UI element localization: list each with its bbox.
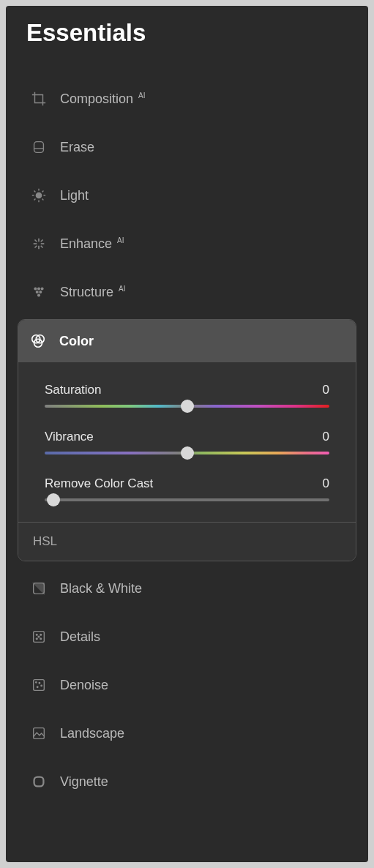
vibrance-control: Vibrance 0: [45, 430, 329, 454]
svg-point-37: [39, 683, 40, 684]
tool-vignette[interactable]: Vignette: [16, 757, 358, 806]
svg-rect-0: [34, 142, 44, 153]
hsl-subsection[interactable]: HSL: [18, 523, 356, 561]
tool-label: Landscape: [60, 726, 124, 741]
vibrance-slider[interactable]: [45, 452, 329, 454]
svg-point-19: [34, 287, 37, 290]
svg-point-2: [36, 192, 41, 198]
svg-line-10: [42, 191, 44, 192]
tool-label: Vignette: [60, 774, 108, 790]
saturation-value: 0: [323, 383, 329, 397]
saturation-control: Saturation 0: [45, 383, 329, 408]
panel-title: Essentials: [16, 19, 358, 47]
tool-label: Light: [60, 188, 89, 203]
tool-label: Denoise: [60, 678, 108, 693]
vignette-icon: [31, 774, 47, 790]
svg-line-9: [34, 199, 36, 201]
svg-line-18: [41, 240, 43, 242]
tool-color-expanded: Color Saturation 0 Vibrance 0: [18, 319, 356, 561]
tool-label: Black & White: [60, 581, 142, 596]
svg-rect-35: [34, 680, 45, 691]
tool-color-header[interactable]: Color: [18, 320, 356, 362]
svg-line-16: [41, 246, 43, 248]
svg-point-22: [36, 291, 39, 293]
vibrance-label: Vibrance: [45, 430, 94, 444]
light-icon: [31, 187, 47, 203]
crop-icon: [31, 91, 47, 107]
tool-list: Composition AI Erase Light Enhance AI St: [16, 75, 358, 806]
color-controls: Saturation 0 Vibrance 0: [18, 362, 356, 523]
tool-label: Composition AI: [60, 91, 146, 107]
tool-label: Structure AI: [60, 285, 126, 300]
svg-point-39: [37, 686, 37, 687]
erase-icon: [31, 139, 47, 155]
tool-light[interactable]: Light: [16, 171, 358, 220]
tool-details[interactable]: Details: [16, 613, 358, 661]
tool-structure[interactable]: Structure AI: [16, 268, 358, 316]
remove-color-cast-control: Remove Color Cast 0: [45, 476, 329, 501]
svg-point-38: [41, 685, 42, 686]
remove-color-cast-slider[interactable]: [45, 498, 329, 501]
svg-point-33: [40, 638, 42, 640]
svg-point-32: [36, 638, 37, 640]
vibrance-thumb[interactable]: [181, 446, 194, 460]
svg-line-8: [42, 199, 44, 201]
black-white-icon: [31, 580, 47, 596]
tool-label: Details: [60, 629, 100, 645]
svg-point-23: [39, 291, 42, 293]
svg-rect-41: [34, 777, 44, 787]
essentials-panel: Essentials Composition AI Erase Light En…: [6, 6, 368, 862]
tool-label: Erase: [60, 140, 94, 155]
tool-landscape[interactable]: Landscape: [16, 709, 358, 757]
tool-label: Enhance AI: [60, 236, 124, 252]
color-icon: [30, 333, 46, 349]
enhance-icon: [31, 236, 47, 252]
denoise-icon: [31, 677, 47, 693]
tool-label: Color: [59, 334, 94, 349]
tool-erase[interactable]: Erase: [16, 123, 358, 171]
remove-color-cast-label: Remove Color Cast: [45, 476, 153, 491]
vibrance-value: 0: [323, 430, 329, 444]
svg-point-21: [41, 287, 44, 290]
tool-enhance[interactable]: Enhance AI: [16, 220, 358, 268]
remove-color-cast-thumb[interactable]: [47, 493, 60, 506]
tool-black-white[interactable]: Black & White: [16, 564, 358, 613]
saturation-thumb[interactable]: [181, 400, 194, 413]
svg-point-36: [36, 682, 37, 683]
saturation-slider[interactable]: [45, 405, 329, 408]
svg-line-15: [35, 240, 37, 242]
details-icon: [31, 629, 47, 645]
saturation-label: Saturation: [45, 383, 102, 397]
svg-point-20: [37, 287, 40, 290]
remove-color-cast-value: 0: [323, 476, 329, 491]
svg-line-7: [34, 191, 36, 192]
svg-point-24: [37, 294, 40, 297]
structure-icon: [31, 284, 47, 300]
svg-point-31: [40, 634, 42, 635]
svg-point-34: [38, 636, 40, 637]
svg-point-30: [36, 634, 37, 635]
svg-rect-40: [34, 728, 45, 739]
svg-line-17: [35, 246, 37, 248]
tool-denoise[interactable]: Denoise: [16, 661, 358, 709]
tool-composition[interactable]: Composition AI: [16, 75, 358, 123]
landscape-icon: [31, 725, 47, 741]
